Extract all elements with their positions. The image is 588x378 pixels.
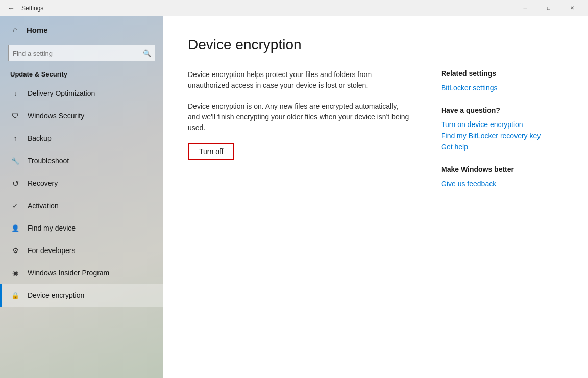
have-question-section: Have a question? Turn on device encrypti… xyxy=(441,106,564,151)
related-settings-title: Related settings xyxy=(441,69,564,78)
sidebar: Home 🔍 Update & Security Delivery Optimi… xyxy=(0,16,163,378)
get-help-link[interactable]: Get help xyxy=(441,143,564,151)
troubleshoot-icon xyxy=(10,156,20,166)
bitlocker-settings-link[interactable]: BitLocker settings xyxy=(441,84,564,92)
turn-on-encryption-link[interactable]: Turn on device encryption xyxy=(441,120,564,129)
encryption-icon xyxy=(10,290,20,300)
give-feedback-link[interactable]: Give us feedback xyxy=(441,180,564,188)
status-text: Device encryption is on. Any new files a… xyxy=(188,101,410,133)
sidebar-item-insider[interactable]: Windows Insider Program xyxy=(0,262,163,284)
sidebar-label-recovery: Recovery xyxy=(28,179,58,187)
back-icon: ← xyxy=(8,4,15,12)
recovery-icon xyxy=(10,178,20,188)
security-icon xyxy=(10,111,20,121)
search-container: 🔍 xyxy=(8,45,155,61)
minimize-button[interactable]: ─ xyxy=(513,0,537,16)
maximize-button[interactable]: □ xyxy=(537,0,560,16)
finddevice-icon xyxy=(10,223,20,233)
sidebar-item-find-my-device[interactable]: Find my device xyxy=(0,217,163,239)
sidebar-item-backup[interactable]: Backup xyxy=(0,127,163,149)
sidebar-label-developers: For developers xyxy=(28,246,75,255)
back-button[interactable]: ← xyxy=(4,1,18,15)
search-icon: 🔍 xyxy=(143,49,151,57)
close-button[interactable]: ✕ xyxy=(560,0,584,16)
content-area: Device encryption Device encryption help… xyxy=(163,16,588,378)
sidebar-label-windows-security: Windows Security xyxy=(28,112,84,120)
sidebar-item-activation[interactable]: Activation xyxy=(0,194,163,217)
sidebar-item-troubleshoot[interactable]: Troubleshoot xyxy=(0,149,163,172)
sidebar-label-activation: Activation xyxy=(28,201,59,210)
make-windows-better-section: Make Windows better Give us feedback xyxy=(441,165,564,188)
description-text: Device encryption helps protect your fil… xyxy=(188,69,410,91)
sidebar-label-finddevice: Find my device xyxy=(28,224,76,232)
sidebar-section-title: Update & Security xyxy=(0,67,163,82)
sidebar-label-insider: Windows Insider Program xyxy=(28,269,109,277)
activation-icon xyxy=(10,200,20,211)
content-main: Device encryption helps protect your fil… xyxy=(188,69,410,191)
insider-icon xyxy=(10,268,20,278)
home-label: Home xyxy=(27,26,48,34)
home-icon xyxy=(10,24,20,35)
sidebar-item-recovery[interactable]: Recovery xyxy=(0,172,163,194)
sidebar-label-troubleshoot: Troubleshoot xyxy=(28,157,69,165)
delivery-icon xyxy=(10,88,20,98)
sidebar-label-delivery: Delivery Optimization xyxy=(28,89,95,97)
sidebar-item-delivery[interactable]: Delivery Optimization xyxy=(0,82,163,105)
make-windows-title: Make Windows better xyxy=(441,165,564,173)
sidebar-item-for-developers[interactable]: For developers xyxy=(0,239,163,262)
sidebar-label-encryption: Device encryption xyxy=(28,291,84,299)
sidebar-item-home[interactable]: Home xyxy=(0,16,163,43)
page-title: Device encryption xyxy=(188,37,564,53)
backup-icon xyxy=(10,133,20,143)
sidebar-label-backup: Backup xyxy=(28,134,52,142)
sidebar-item-device-encryption[interactable]: Device encryption xyxy=(0,284,163,307)
search-input[interactable] xyxy=(8,45,155,61)
titlebar: ← Settings ─ □ ✕ xyxy=(0,0,588,16)
sidebar-item-windows-security[interactable]: Windows Security xyxy=(0,105,163,127)
related-settings-panel: Related settings BitLocker settings Have… xyxy=(441,69,564,191)
have-question-title: Have a question? xyxy=(441,106,564,114)
content-layout: Device encryption helps protect your fil… xyxy=(188,69,564,191)
developers-icon xyxy=(10,245,20,256)
turn-off-button[interactable]: Turn off xyxy=(188,143,234,160)
titlebar-title: Settings xyxy=(21,5,43,12)
find-bitlocker-key-link[interactable]: Find my BitLocker recovery key xyxy=(441,132,564,140)
app-body: Home 🔍 Update & Security Delivery Optimi… xyxy=(0,16,588,378)
window-controls: ─ □ ✕ xyxy=(513,0,584,16)
